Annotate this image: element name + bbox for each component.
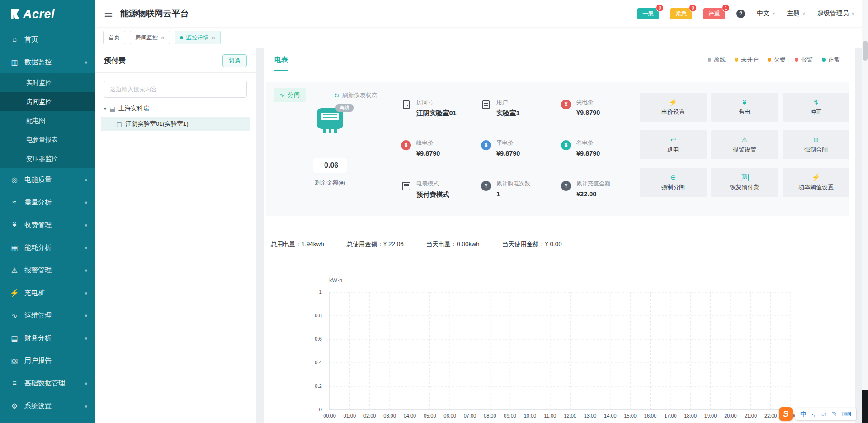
- page-scrollbar[interactable]: [862, 0, 868, 423]
- info-value: 预付费模式: [416, 190, 449, 199]
- x-tick-label: 20:00: [724, 413, 737, 418]
- sidebar-item-alarm-management[interactable]: ⚠ 报警管理: [0, 259, 95, 281]
- alarm-badge-urgent[interactable]: 紧急 0: [670, 8, 692, 19]
- gear-icon: ⚙: [10, 402, 19, 410]
- power-threshold-button[interactable]: ⚡ 功率阈值设置: [783, 168, 849, 197]
- theme-dropdown[interactable]: 主题: [787, 10, 806, 18]
- search-input[interactable]: [104, 81, 247, 98]
- alarm-setting-button[interactable]: ⚠ 报警设置: [711, 130, 778, 159]
- stat-label: 当天电量：: [426, 241, 457, 247]
- info-value: ¥9.8790: [576, 109, 600, 116]
- info-valley-price: 谷电价 ¥9.8790: [560, 139, 642, 157]
- tag-tabs-bar: 首页 房间监控 监控详情: [95, 27, 868, 48]
- app-root: Acrel ⌂ 首页 ▥ 数据监控 实时监控 房间监控 配电图 电参量报表 变压…: [0, 0, 868, 423]
- bolt-icon: ⚡: [812, 174, 821, 181]
- sidebar-item-user-report[interactable]: ▧ 用户报告: [0, 349, 95, 372]
- ime-emoji-icon[interactable]: ☺: [821, 411, 827, 417]
- force-open-switch-button[interactable]: ⊖ 强制分闸: [640, 168, 707, 197]
- x-tick-label: 12:00: [564, 413, 576, 418]
- switch-open-button[interactable]: ∿ 分闸: [274, 88, 306, 102]
- refresh-icon: ↻: [334, 92, 340, 99]
- language-dropdown[interactable]: 中文: [757, 10, 775, 18]
- chevron-down-icon: [851, 11, 854, 16]
- legend-label: 正常: [828, 56, 840, 64]
- sidebar-item-energy-analysis[interactable]: ▦ 能耗分析: [0, 236, 95, 259]
- sidebar-item-label: 能耗分析: [24, 243, 52, 252]
- close-icon[interactable]: [212, 35, 216, 41]
- sidebar-item-home[interactable]: ⌂ 首页: [0, 28, 95, 51]
- sidebar-item-label: 首页: [24, 35, 38, 44]
- tab-meter[interactable]: 电表: [274, 48, 288, 71]
- theme-label: 主题: [787, 10, 800, 18]
- sidebar-item-fee-management[interactable]: ¥ 收费管理: [0, 214, 95, 236]
- switch-button[interactable]: 切换: [222, 54, 247, 67]
- sidebar-item-system-settings[interactable]: ⚙ 系统设置: [0, 394, 95, 417]
- tab-home[interactable]: 首页: [103, 31, 125, 44]
- sidebar-item-operation-maintenance[interactable]: ∿ 运维管理: [0, 304, 95, 327]
- tree-expand-icon[interactable]: [104, 106, 106, 111]
- sidebar-item-distribution-diagram[interactable]: 配电图: [0, 111, 95, 130]
- ime-pen-icon[interactable]: ✎: [832, 411, 837, 417]
- stat-today-energy: 当天电量：0.00kwh: [426, 240, 480, 248]
- tree-node-room-selected[interactable]: ▢ 江阴实验室01(实验室1): [101, 117, 250, 131]
- price-setting-button[interactable]: ⚡ 电价设置: [640, 93, 707, 122]
- topbar-right: 一般 0 紧急 0 严重 1 ? 中文 主题 超级管理员: [637, 8, 868, 19]
- sell-power-button[interactable]: ¥ 售电: [711, 93, 778, 122]
- restore-prepaid-button[interactable]: 预 恢复预付费: [711, 168, 778, 197]
- divider: [631, 92, 631, 206]
- user-dropdown[interactable]: 超级管理员: [817, 10, 854, 18]
- return-arrow-icon: ↩: [670, 136, 676, 143]
- chevron-down-icon: [85, 290, 88, 295]
- collapse-sidebar-icon[interactable]: ☰: [104, 9, 113, 19]
- sidebar-item-power-parameter-report[interactable]: 电参量报表: [0, 130, 95, 149]
- sidebar-item-power-quality[interactable]: ◎ 电能质量: [0, 168, 95, 191]
- tree-node-company[interactable]: ▤ 上海安科瑞: [95, 101, 256, 116]
- info-room-number: 房间号 江阴实验室01: [400, 99, 480, 117]
- action-label: 售电: [739, 108, 750, 116]
- meter-section-header: 电表 离线 未开户 欠费 报: [264, 48, 855, 71]
- reversal-button[interactable]: ↯ 冲正: [783, 93, 849, 122]
- energy-analysis-icon: ▦: [10, 243, 19, 252]
- sogou-logo-icon[interactable]: S: [779, 407, 793, 421]
- sidebar-item-data-monitor[interactable]: ▥ 数据监控: [0, 51, 95, 73]
- refresh-meter-status-button[interactable]: ↻ 刷新仪表状态: [334, 91, 377, 100]
- action-label: 冲正: [810, 108, 822, 116]
- sidebar-item-transformer-monitor[interactable]: 变压器监控: [0, 149, 95, 168]
- sidebar-item-demand-analysis[interactable]: ≈ 需量分析: [0, 191, 95, 214]
- sidebar-item-basic-data[interactable]: ≡ 基础数据管理: [0, 372, 95, 394]
- stat-value: 0.00kwh: [457, 241, 479, 247]
- wave-icon: ∿: [279, 91, 284, 99]
- force-close-switch-button[interactable]: ⊕ 强制合闸: [783, 130, 849, 159]
- scrollbar-thumb[interactable]: [863, 41, 868, 61]
- stat-value: ¥ 0.00: [545, 241, 562, 247]
- scrollbar-dark-segment: [862, 390, 868, 423]
- stat-value: 1.94kwh: [302, 241, 324, 247]
- info-label: 尖电价: [576, 99, 600, 106]
- tab-monitor-detail[interactable]: 监控详情: [175, 31, 221, 44]
- sidebar-item-financial-analysis[interactable]: ▤ 财务分析: [0, 327, 95, 349]
- tab-room-monitor[interactable]: 房间监控: [130, 31, 170, 44]
- yen-icon: ¥: [743, 99, 746, 106]
- close-icon[interactable]: [161, 35, 165, 41]
- ime-keyboard-icon[interactable]: ⌨: [842, 411, 851, 417]
- legend-arrears: 欠费: [768, 56, 786, 64]
- help-icon[interactable]: ?: [736, 10, 745, 18]
- ime-language-icon[interactable]: 中: [800, 411, 807, 417]
- alarm-badge-general[interactable]: 一般 0: [637, 8, 659, 19]
- coin-dark-icon: [480, 180, 492, 192]
- refund-power-button[interactable]: ↩ 退电: [640, 130, 707, 159]
- close-switch-icon: ⊕: [813, 136, 819, 143]
- action-label: 报警设置: [733, 146, 756, 154]
- ime-punctuation-icon[interactable]: ·,: [811, 411, 816, 417]
- sidebar-item-room-monitor[interactable]: 房间监控: [0, 92, 95, 111]
- stat-label: 当天使用金额：: [502, 241, 545, 247]
- info-value: 江阴实验室01: [416, 109, 457, 118]
- sidebar-item-charging-pile[interactable]: ⚡ 充电桩: [0, 281, 95, 304]
- info-value: ¥9.8790: [496, 150, 520, 157]
- sidebar-item-realtime-monitor[interactable]: 实时监控: [0, 73, 95, 92]
- sidebar-item-label: 系统设置: [24, 402, 52, 410]
- alarm-badge-severe[interactable]: 严重 1: [703, 8, 725, 19]
- offline-dot-icon: [708, 58, 711, 62]
- info-value: ¥22.00: [576, 190, 610, 198]
- chart-yticks: 00.20.40.60.81: [307, 292, 326, 410]
